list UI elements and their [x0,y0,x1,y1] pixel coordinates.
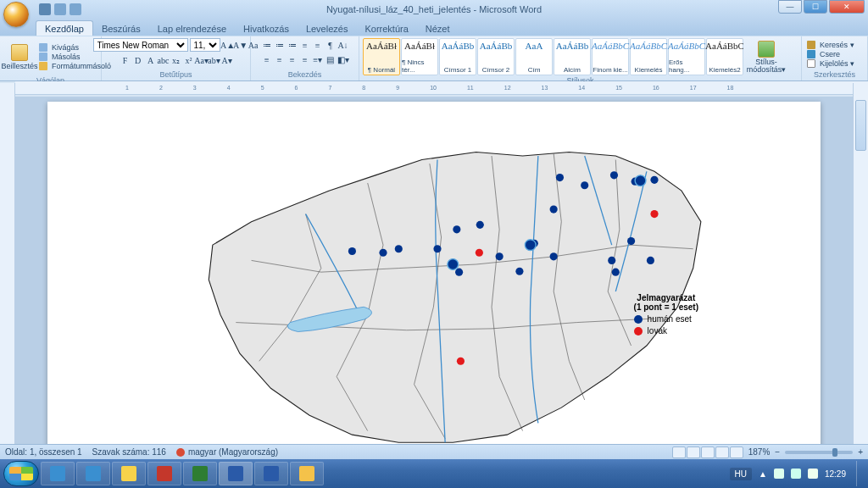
zoom-in-button[interactable]: + [858,447,863,457]
zoom-level[interactable]: 187% [748,447,771,457]
tab-levelezés[interactable]: Levelezés [298,21,357,36]
font-fmt-7[interactable]: ab▾ [209,54,220,66]
para-a-1[interactable]: ≔ [274,39,286,51]
font-grow-0[interactable]: A▲ [222,39,234,51]
para-b-6[interactable]: ◧▾ [337,53,349,65]
para-b-4[interactable]: ≡▾ [312,53,324,65]
vertical-scrollbar[interactable] [853,83,868,471]
task-adobe[interactable] [147,462,181,485]
page-indicator[interactable]: Oldal: 1, összesen 1 [5,447,82,457]
replace-button[interactable]: Csere [805,50,858,58]
style-kiemel-s[interactable]: AaÁáBbCKiemelés [630,38,667,75]
svg-point-16 [612,269,620,276]
network-icon[interactable] [791,469,801,479]
document-area[interactable]: Jelmagyarázat(1 pont = 1 eset) humán ese… [15,97,853,471]
action-center-icon[interactable] [774,469,784,479]
style-c-m[interactable]: AaACím [515,38,553,75]
task-explorer[interactable] [112,462,146,485]
maximize-button[interactable]: ☐ [804,0,827,14]
font-fmt-3[interactable]: abc [158,54,170,66]
change-styles-button[interactable]: Stílus- módosítás▾ [745,38,787,75]
group-editing-label: Szerkesztés [805,69,864,79]
font-fmt-0[interactable]: F [120,54,131,66]
volume-icon[interactable] [808,469,818,479]
tray-chevron-icon[interactable]: ▲ [759,469,767,479]
fullscreen-view-button[interactable] [687,446,700,458]
para-b-1[interactable]: ≡ [274,53,286,65]
font-fmt-6[interactable]: Aa▾ [196,54,208,66]
para-a-6[interactable]: A↓ [337,39,349,51]
font-fmt-8[interactable]: A▾ [221,54,233,66]
ie2-icon [86,466,101,481]
task-chrome[interactable] [290,462,324,485]
undo-icon[interactable] [54,3,66,15]
print-layout-view-button[interactable] [672,446,686,458]
svg-point-9 [515,268,523,275]
style--norm-l[interactable]: AaÁáBł¶ Normál [363,38,400,75]
font-size-select[interactable]: 11,5 [190,38,220,52]
style-kiemel-s2[interactable]: AaÁáBbCKiemelés2 [706,38,743,75]
tab-lap elrendezése[interactable]: Lap elrendezése [149,21,235,36]
para-b-0[interactable]: ≡ [261,53,273,65]
start-button[interactable] [3,461,39,486]
clock[interactable]: 12:29 [825,469,846,479]
save-icon[interactable] [39,3,51,15]
minimize-button[interactable]: — [778,0,802,14]
font-fmt-4[interactable]: x₂ [170,54,182,66]
word-count[interactable]: Szavak száma: 116 [92,447,166,457]
font-fmt-5[interactable]: x² [183,54,195,66]
web-view-button[interactable] [701,446,715,458]
scissors-icon [39,43,47,52]
para-b-5[interactable]: ▤ [325,53,337,65]
paste-button[interactable]: Beillesztés [3,38,36,75]
para-a-4[interactable]: ≡ [312,39,324,51]
vertical-ruler[interactable] [0,83,15,471]
para-a-2[interactable]: ≔ [287,39,298,51]
svg-point-0 [476,221,484,229]
word-icon [228,466,243,481]
task-ie2[interactable] [76,462,110,485]
zoom-knob[interactable] [832,448,837,457]
font-grow-1[interactable]: A▼ [235,39,247,51]
horizontal-ruler[interactable]: 123456789101112131415161718 [15,81,868,95]
para-a-0[interactable]: ≔ [261,39,273,51]
style-er-s-hang-[interactable]: AaÁáBbCErős hang... [668,38,705,75]
task-word[interactable] [219,462,253,485]
font-fmt-2[interactable]: A [145,54,157,66]
para-b-2[interactable]: ≡ [287,53,298,65]
tab-kezdőlap[interactable]: Kezdőlap [36,20,93,36]
tab-hivatkozás[interactable]: Hivatkozás [235,21,298,36]
styles-gallery[interactable]: AaÁáBł¶ NormálAaÁáBł¶ Nincs tér...AaÁáBb… [363,38,743,75]
office-button[interactable] [3,2,29,27]
redo-icon[interactable] [70,3,81,15]
tab-nézet[interactable]: Nézet [417,21,459,36]
scroll-thumb[interactable] [855,100,866,151]
para-a-5[interactable]: ¶ [325,39,337,51]
style-alc-m[interactable]: AaÁáBbAlcím [554,38,591,75]
para-b-3[interactable]: ≡ [299,53,311,65]
style-c-msor-2[interactable]: AaÁáBbCímsor 2 [477,38,515,75]
copy-icon [39,53,47,61]
close-button[interactable]: ✕ [829,0,865,14]
task-word2[interactable] [254,462,288,485]
style--nincs-t-r-[interactable]: AaÁáBł¶ Nincs tér... [401,38,438,75]
zoom-slider[interactable] [785,451,853,454]
outline-view-button[interactable] [715,446,729,458]
font-fmt-1[interactable]: D [132,54,144,66]
select-button[interactable]: Kijelölés ▾ [805,59,858,68]
show-desktop-button[interactable] [856,461,865,486]
language-indicator[interactable]: magyar (Magyarország) [176,447,278,457]
task-ie[interactable] [41,462,75,485]
tab-beszúrás[interactable]: Beszúrás [93,21,149,36]
font-name-select[interactable]: Times New Roman [93,38,188,52]
draft-view-button[interactable] [730,446,743,458]
tab-korrektúra[interactable]: Korrektúra [356,21,416,36]
para-a-3[interactable]: ≡ [299,39,311,51]
style-finom-kie-[interactable]: AaÁáBbCFinom kie... [592,38,629,75]
legend-human-label: humán eset [648,314,692,324]
input-language-indicator[interactable]: HU [730,468,752,480]
style-c-msor-1[interactable]: AaÁáBbCímsor 1 [439,38,476,75]
find-button[interactable]: Keresés ▾ [805,41,858,49]
zoom-out-button[interactable]: − [775,447,780,457]
task-excel[interactable] [183,462,217,485]
